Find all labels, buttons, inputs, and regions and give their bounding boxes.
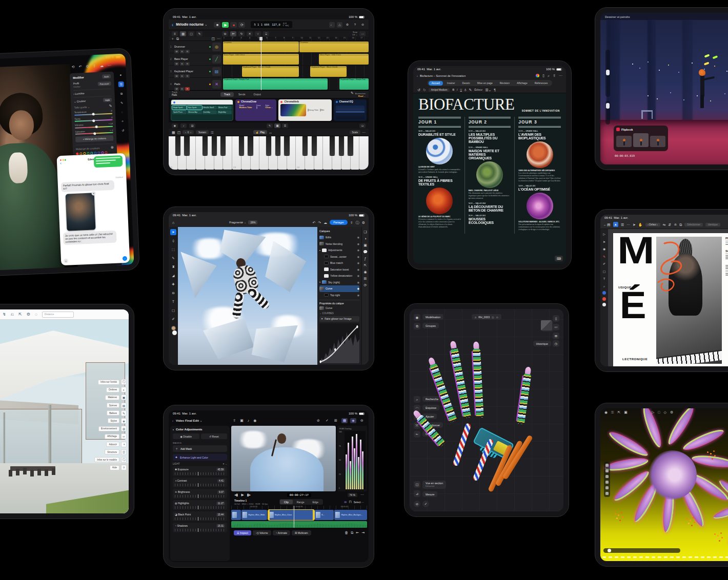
clip-selected[interactable]: Skyline_Blue_Close	[268, 510, 314, 520]
record-icon[interactable]: ◉	[253, 419, 256, 422]
section-view-icon[interactable]: ◫	[414, 481, 420, 488]
select-tool-icon[interactable]: ▷	[602, 232, 607, 237]
design-canvas[interactable]: M USIQUE É LECTRONIQUE PI SO	[608, 229, 728, 366]
eyedropper-icon[interactable]: ✎	[109, 104, 112, 108]
trim-tool-icon[interactable]: ✄	[230, 31, 236, 36]
record-icon[interactable]: ◉	[604, 410, 608, 414]
split-left-icon[interactable]: ⇤	[356, 531, 359, 534]
copy-icon[interactable]: ⧉	[222, 31, 228, 36]
sphere-tool-icon[interactable]: ◉	[602, 246, 607, 252]
crop-icon[interactable]: ⧉	[118, 91, 124, 96]
tab-output[interactable]: Output	[250, 92, 265, 97]
ar-view-icon[interactable]: ▯	[553, 315, 559, 322]
render-tool-rail[interactable]	[604, 462, 610, 497]
slider-black-point[interactable]: ◪ Black Point15.44	[173, 511, 227, 521]
tab-sends[interactable]: Sends	[235, 92, 249, 97]
disable-button[interactable]: ◉ Disable	[173, 433, 199, 439]
undo-icon[interactable]: ⎌	[11, 313, 14, 317]
history-clock-icon[interactable]: ◷	[553, 340, 559, 347]
back-icon[interactable]: ←▤	[603, 223, 611, 226]
light-section-label[interactable]: › Lumière	[73, 92, 84, 95]
add-mask-button[interactable]: ＋Add Mask	[173, 445, 227, 452]
color-dot[interactable]	[602, 303, 606, 306]
slider-brightness[interactable]: ☀ Brightness9.07	[173, 489, 227, 499]
foreground-color-swatch[interactable]	[171, 326, 176, 330]
bold-button[interactable]: B	[452, 88, 454, 91]
adjustments-icon[interactable]: ◑	[364, 237, 366, 240]
visibility-icon[interactable]: ◉	[357, 294, 359, 297]
audio-track[interactable]	[231, 521, 367, 528]
count-in-icon[interactable]: ♩	[329, 22, 335, 28]
copilot-icon[interactable]	[536, 74, 539, 77]
playhead[interactable]	[261, 37, 261, 90]
layer-row[interactable]: Noise blending◉	[319, 241, 359, 247]
preset-select[interactable]: ‹ Défaut ›	[645, 223, 660, 226]
auto-button[interactable]: Auto	[102, 74, 111, 79]
document-name[interactable]: Fragmenté ⌄	[229, 221, 246, 224]
flipbook-frames[interactable]	[616, 133, 665, 147]
home-icon[interactable]: ⌂	[172, 221, 174, 224]
target-icon[interactable]: ◇	[664, 410, 666, 414]
font-select[interactable]: Antipol Medium	[429, 88, 450, 92]
track-stack-icon[interactable]: ⧉	[176, 37, 179, 40]
cloud-icon[interactable]: ☁	[323, 221, 327, 224]
settings-icon[interactable]: ⚙	[345, 22, 350, 28]
next-frame-icon[interactable]: ▮▸	[247, 493, 251, 496]
layer-row[interactable]: Blue match◉	[319, 260, 359, 266]
mode-edge[interactable]: Edge	[308, 500, 322, 504]
layer-row[interactable]: Yellow desaturation◉	[319, 273, 359, 279]
color-mode-icon[interactable]: ◉	[414, 314, 420, 321]
layer-row[interactable]: ▾Sky (right)◉	[319, 279, 359, 286]
snapping-icon[interactable]: ⊓	[349, 500, 351, 504]
groups-button[interactable]: Groupes	[422, 323, 439, 328]
help-button[interactable]: Aide?	[94, 465, 127, 470]
materials-button[interactable]: Matières▣	[94, 395, 127, 400]
metronome-icon[interactable]: △	[337, 22, 342, 28]
lock-icon[interactable]: ⚿	[611, 410, 614, 414]
tags-button[interactable]: Balises✎	[94, 410, 127, 416]
more-icon[interactable]: ⋯	[360, 493, 364, 496]
scopes-icon[interactable]: ◈	[350, 418, 356, 423]
duplicate-icon[interactable]: ⧉	[679, 223, 682, 226]
lasso-tool-icon[interactable]: ⟠	[170, 238, 176, 244]
scenes-button[interactable]: Scènes▤	[94, 403, 127, 408]
color-dot[interactable]	[602, 297, 606, 301]
send-button[interactable]: ↑	[123, 256, 127, 261]
select-button[interactable]: Sélectionner	[684, 223, 703, 226]
curves-graph[interactable]	[319, 323, 359, 364]
prev-frame-icon[interactable]: ◂▮	[234, 493, 238, 496]
play-button[interactable]: ▶	[222, 22, 229, 28]
visibility-icon[interactable]: ◉	[357, 236, 359, 239]
model-info-button[interactable]: Infos sur le modèleⓘ	[94, 457, 127, 463]
camera-icon[interactable]: ▣	[240, 419, 244, 422]
project-title[interactable]: Mélodie nocturne ⌄	[176, 23, 207, 27]
lcd-display[interactable]: 5 1 1 086 127,0 4/4C maj	[251, 21, 292, 28]
select-menu[interactable]: Select ⋯	[354, 501, 364, 504]
slider-track[interactable]	[175, 529, 225, 531]
cloud-icon[interactable]: ☁	[100, 64, 104, 67]
layer-row[interactable]: Top right◉	[319, 292, 359, 299]
mode-range[interactable]: Range	[293, 500, 309, 504]
share-icon[interactable]: ⇧	[93, 64, 96, 68]
brush-size-slider[interactable]	[605, 50, 610, 97]
browse-profiles-button[interactable]: Parcourir	[97, 81, 111, 86]
track-header-bass[interactable]: 2 Bass Player MSR ╱	[169, 53, 223, 66]
window-icon[interactable]: ⊖	[359, 418, 365, 423]
plugin-power-icon[interactable]	[336, 101, 338, 103]
move-tool-icon[interactable]: ➤	[170, 229, 176, 235]
more-icon[interactable]: ⋯	[359, 31, 366, 36]
render-progress-bar[interactable]	[603, 548, 680, 553]
visibility-icon[interactable]: ◉	[357, 268, 359, 271]
animate-button[interactable]: ◔ Animate	[273, 530, 290, 535]
distance-input[interactable]: Distance	[42, 312, 74, 318]
tab-affichage[interactable]: Affichage	[514, 81, 531, 86]
underline-button[interactable]: U	[460, 88, 462, 91]
window-icon[interactable]: ⊖	[360, 22, 366, 28]
pan-icon[interactable]: ↯	[3, 313, 6, 317]
mixer-view-icon[interactable]: ▥	[180, 31, 186, 36]
reset-button[interactable]: ↺ Reset	[201, 433, 228, 439]
lock-icon[interactable]: ⚿	[211, 131, 213, 134]
mask-icon[interactable]: ▣	[363, 243, 367, 247]
project-title[interactable]: Video Final Edit ⌄	[176, 419, 203, 422]
keyboard-panel-icon[interactable]: ▭	[359, 123, 366, 128]
